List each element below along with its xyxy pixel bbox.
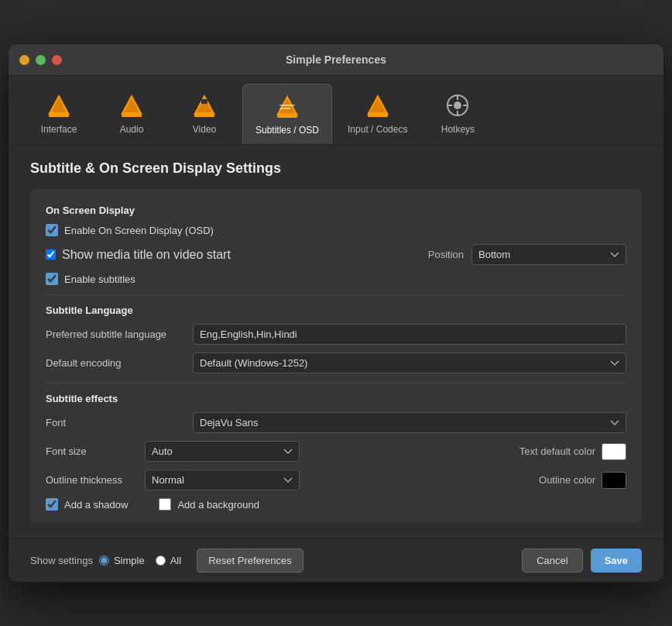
traffic-lights [19,55,62,65]
enable-osd-checkbox[interactable] [46,224,58,236]
text-color-swatch[interactable] [602,443,626,460]
audio-icon [118,91,146,119]
font-size-label: Font size [46,445,139,457]
add-background-label[interactable]: Add a background [177,499,259,511]
divider-2 [46,383,626,384]
tab-audio-label: Audio [120,124,144,135]
tab-audio[interactable]: Audio [97,84,166,144]
enable-subtitles-row: Enable subtitles [46,273,626,285]
font-label: Font [46,417,185,428]
show-media-title-label[interactable]: Show media title on video start [62,248,231,262]
encoding-label: Default encoding [46,357,185,369]
preferred-language-row: Preferred subtitle language [46,324,626,345]
outline-thickness-row: Outline thickness Normal Thin Thick None… [46,470,626,490]
tab-input[interactable]: Input / Codecs [335,84,420,144]
tab-interface-label: Interface [41,124,77,135]
svg-rect-17 [279,113,295,115]
svg-rect-11 [197,112,212,115]
window-title: Simple Preferences [286,53,386,66]
show-media-title-row: Show media title on video start Position… [46,244,626,265]
interface-icon [45,91,73,119]
position-select[interactable]: Bottom Top Left Right Center [471,244,626,265]
svg-rect-22 [368,115,388,117]
maximize-button[interactable] [36,55,46,65]
cancel-button[interactable]: Cancel [522,549,582,573]
show-media-title-left: Show media title on video start [46,248,231,262]
show-settings-group: Show settings Simple All [30,555,181,566]
encoding-select[interactable]: Default (Windows-1252) UTF-8 UTF-16 ISO-… [193,353,626,373]
osd-section-header: On Screen Display [46,205,626,216]
footer: Show settings Simple All Reset Preferenc… [9,538,663,582]
font-row: Font DejaVu Sans Arial Times New Roman C… [46,412,626,433]
svg-rect-6 [124,112,139,115]
enable-subtitles-checkbox[interactable] [46,273,58,285]
titlebar: Simple Preferences [9,44,663,76]
show-settings-label: Show settings [30,555,93,566]
subtitles-icon [273,92,301,120]
add-shadow-checkbox[interactable] [46,498,58,511]
font-select[interactable]: DejaVu Sans Arial Times New Roman Courie… [193,412,626,433]
tab-hotkeys[interactable]: Hotkeys [423,84,492,144]
minimize-button[interactable] [19,55,29,65]
svg-rect-2 [51,112,67,115]
video-icon [190,91,218,119]
outline-thickness-select[interactable]: Normal Thin Thick None [145,470,300,490]
tab-subtitles-label: Subtitles / OSD [255,125,319,136]
page-title: Subtitle & On Screen Display Settings [30,160,642,177]
preferred-language-label: Preferred subtitle language [46,328,185,340]
radio-all: All [156,555,181,566]
outline-color-swatch[interactable] [602,472,626,489]
add-shadow-label[interactable]: Add a shadow [64,499,128,511]
shadow-background-row: Add a shadow Add a background [46,498,626,511]
encoding-row: Default encoding Default (Windows-1252) … [46,353,626,373]
outline-color-group: Outline color [539,472,626,489]
tab-input-label: Input / Codecs [348,124,407,135]
tab-hotkeys-label: Hotkeys [441,124,475,135]
font-size-select[interactable]: Auto Small Medium Large [145,441,300,462]
svg-rect-3 [49,115,69,117]
tab-interface[interactable]: Interface [24,84,94,144]
tab-subtitles[interactable]: Subtitles / OSD [242,84,332,144]
main-window: Simple Preferences Interface [8,43,664,583]
footer-left: Show settings Simple All Reset Preferenc… [30,549,303,573]
all-label[interactable]: All [170,555,181,566]
simple-label[interactable]: Simple [114,555,145,566]
save-button[interactable]: Save [591,549,642,573]
outline-color-label: Outline color [539,474,595,486]
svg-rect-10 [201,99,207,104]
radio-simple: Simple [99,555,145,566]
position-right: Position Bottom Top Left Right Center [428,244,626,265]
font-size-group: Font size Auto Small Medium Large [46,441,507,462]
svg-rect-15 [279,105,295,106]
position-label: Position [428,249,464,260]
svg-rect-16 [279,108,290,109]
tab-video-label: Video [193,124,216,135]
main-content: Subtitle & On Screen Display Settings On… [9,145,663,538]
text-color-label: Text default color [519,445,595,457]
text-color-group: Text default color [519,443,626,460]
divider-1 [46,294,626,295]
outline-thickness-group: Outline thickness Normal Thin Thick None [46,470,526,490]
language-section-header: Subtitle Language [46,304,626,316]
enable-subtitles-label[interactable]: Enable subtitles [64,273,135,285]
svg-point-24 [454,101,461,109]
input-icon [364,91,392,119]
preferred-language-input[interactable] [193,324,626,345]
reset-preferences-button[interactable]: Reset Preferences [197,549,303,573]
simple-radio[interactable] [99,555,109,566]
add-background-checkbox[interactable] [159,498,171,511]
svg-rect-18 [277,115,297,118]
enable-osd-label[interactable]: Enable On Screen Display (OSD) [64,225,214,236]
effects-section-header: Subtitle effects [46,393,626,404]
svg-rect-7 [122,115,142,117]
font-size-row: Font size Auto Small Medium Large Text d… [46,441,626,462]
tab-video[interactable]: Video [170,84,239,144]
all-radio[interactable] [156,555,166,566]
close-button[interactable] [52,55,62,65]
enable-osd-row: Enable On Screen Display (OSD) [46,224,626,236]
settings-panel: On Screen Display Enable On Screen Displ… [30,189,642,523]
footer-right: Cancel Save [522,549,642,573]
show-media-title-checkbox[interactable] [46,249,56,260]
add-background-row: Add a background [159,498,259,511]
tabs-bar: Interface Audio [9,76,663,145]
